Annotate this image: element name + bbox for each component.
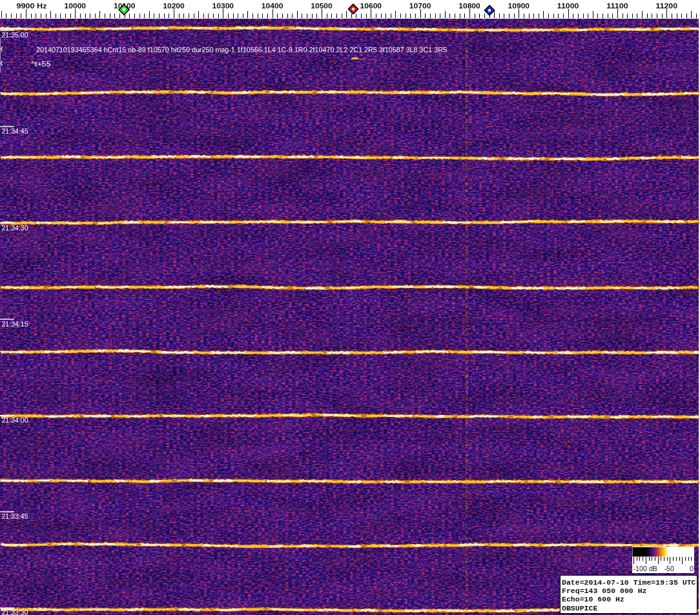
svg-text:10400: 10400 bbox=[262, 2, 283, 10]
svg-text:-100 dB: -100 dB bbox=[633, 565, 658, 572]
svg-text:21:33:30: 21:33:30 bbox=[2, 609, 28, 615]
svg-text:11200: 11200 bbox=[656, 2, 678, 10]
svg-text:21:33:45: 21:33:45 bbox=[2, 512, 28, 520]
svg-text:Echo=10 600 Hz: Echo=10 600 Hz bbox=[562, 595, 624, 603]
svg-text:9900 Hz: 9900 Hz bbox=[17, 2, 48, 10]
svg-text:10600: 10600 bbox=[360, 2, 382, 10]
svg-text:10300: 10300 bbox=[212, 2, 234, 10]
svg-text:OBSUPICE: OBSUPICE bbox=[562, 604, 597, 612]
svg-text:Date=2014-07-10 Time=19:35 UTC: Date=2014-07-10 Time=19:35 UTC bbox=[562, 578, 696, 587]
svg-text:10700: 10700 bbox=[409, 2, 431, 10]
svg-text:0: 0 bbox=[690, 565, 694, 572]
svg-text:^t+55: ^t+55 bbox=[32, 60, 51, 68]
svg-text:11000: 11000 bbox=[557, 2, 579, 10]
svg-text:20140710193455364 hCnt15 nb-89: 20140710193455364 hCnt15 nb-89 f10570 hi… bbox=[36, 46, 447, 54]
svg-text:-50: -50 bbox=[664, 565, 675, 572]
svg-text:21:34:45: 21:34:45 bbox=[2, 127, 28, 135]
svg-text:10900: 10900 bbox=[508, 2, 530, 10]
svg-text:10800: 10800 bbox=[458, 2, 480, 10]
svg-text:10000: 10000 bbox=[65, 2, 87, 10]
svg-text:10200: 10200 bbox=[163, 2, 185, 10]
svg-text:21:34:30: 21:34:30 bbox=[2, 224, 28, 232]
svg-text:11100: 11100 bbox=[606, 2, 628, 10]
svg-text:21:35:00: 21:35:00 bbox=[2, 31, 28, 39]
svg-text:21:34:15: 21:34:15 bbox=[2, 320, 28, 328]
svg-text:10500: 10500 bbox=[311, 2, 333, 10]
svg-text:Freq=143 050 000 Hz: Freq=143 050 000 Hz bbox=[562, 587, 647, 595]
svg-text:21:34:00: 21:34:00 bbox=[2, 416, 28, 424]
